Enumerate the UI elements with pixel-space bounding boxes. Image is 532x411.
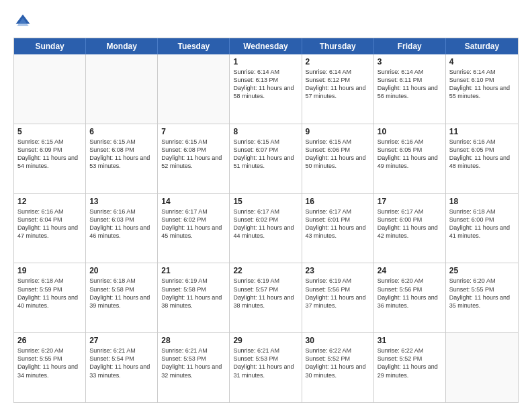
cell-info: Sunrise: 6:16 AM Sunset: 6:05 PM Dayligh… <box>449 138 515 171</box>
weekday-header-friday: Friday <box>374 38 446 54</box>
cell-info: Sunrise: 6:16 AM Sunset: 6:05 PM Dayligh… <box>378 138 442 171</box>
cell-info: Sunrise: 6:15 AM Sunset: 6:08 PM Dayligh… <box>161 138 226 171</box>
cal-cell-14: 14Sunrise: 6:17 AM Sunset: 6:02 PM Dayli… <box>158 194 230 263</box>
day-number: 18 <box>449 197 515 206</box>
day-number: 16 <box>306 197 370 206</box>
weekday-header-thursday: Thursday <box>302 38 374 54</box>
cal-cell-22: 22Sunrise: 6:19 AM Sunset: 5:57 PM Dayli… <box>230 263 302 332</box>
cal-cell-empty-6 <box>446 333 518 402</box>
cell-info: Sunrise: 6:19 AM Sunset: 5:58 PM Dayligh… <box>161 277 226 310</box>
day-number: 6 <box>89 127 154 136</box>
cell-info: Sunrise: 6:20 AM Sunset: 5:55 PM Dayligh… <box>449 277 515 310</box>
cal-cell-1: 1Sunrise: 6:14 AM Sunset: 6:13 PM Daylig… <box>230 54 302 124</box>
cal-cell-27: 27Sunrise: 6:21 AM Sunset: 5:54 PM Dayli… <box>86 333 158 402</box>
cell-info: Sunrise: 6:15 AM Sunset: 6:07 PM Dayligh… <box>233 138 298 171</box>
day-number: 11 <box>449 127 515 136</box>
day-number: 20 <box>89 266 154 275</box>
day-number: 19 <box>17 266 82 275</box>
cell-info: Sunrise: 6:21 AM Sunset: 5:53 PM Dayligh… <box>233 347 298 379</box>
cal-cell-20: 20Sunrise: 6:18 AM Sunset: 5:58 PM Dayli… <box>86 263 158 332</box>
cal-cell-30: 30Sunrise: 6:22 AM Sunset: 5:52 PM Dayli… <box>302 333 374 402</box>
day-number: 8 <box>233 127 298 136</box>
cal-cell-23: 23Sunrise: 6:19 AM Sunset: 5:56 PM Dayli… <box>302 263 374 332</box>
calendar: SundayMondayTuesdayWednesdayThursdayFrid… <box>13 38 519 403</box>
day-number: 15 <box>233 197 298 206</box>
cell-info: Sunrise: 6:16 AM Sunset: 6:04 PM Dayligh… <box>17 208 82 240</box>
day-number: 30 <box>306 336 370 345</box>
cal-cell-31: 31Sunrise: 6:22 AM Sunset: 5:52 PM Dayli… <box>374 333 446 402</box>
day-number: 21 <box>161 266 226 275</box>
cal-cell-12: 12Sunrise: 6:16 AM Sunset: 6:04 PM Dayli… <box>14 194 86 263</box>
week-row-2: 5Sunrise: 6:15 AM Sunset: 6:09 PM Daylig… <box>14 124 518 194</box>
cal-cell-11: 11Sunrise: 6:16 AM Sunset: 6:05 PM Dayli… <box>446 124 518 193</box>
cal-cell-26: 26Sunrise: 6:20 AM Sunset: 5:55 PM Dayli… <box>14 333 86 402</box>
day-number: 29 <box>233 336 298 345</box>
cell-info: Sunrise: 6:15 AM Sunset: 6:06 PM Dayligh… <box>306 138 370 171</box>
day-number: 1 <box>233 57 298 66</box>
day-number: 26 <box>17 336 82 345</box>
calendar-body: 1Sunrise: 6:14 AM Sunset: 6:13 PM Daylig… <box>14 54 518 402</box>
day-number: 28 <box>161 336 226 345</box>
page: SundayMondayTuesdayWednesdayThursdayFrid… <box>0 0 532 411</box>
cell-info: Sunrise: 6:19 AM Sunset: 5:57 PM Dayligh… <box>233 277 298 310</box>
day-number: 13 <box>89 197 154 206</box>
day-number: 23 <box>306 266 370 275</box>
cell-info: Sunrise: 6:14 AM Sunset: 6:12 PM Dayligh… <box>306 68 370 101</box>
cell-info: Sunrise: 6:18 AM Sunset: 6:00 PM Dayligh… <box>449 208 515 240</box>
cal-cell-empty-2 <box>158 54 230 124</box>
cell-info: Sunrise: 6:15 AM Sunset: 6:08 PM Dayligh… <box>89 138 154 171</box>
cal-cell-19: 19Sunrise: 6:18 AM Sunset: 5:59 PM Dayli… <box>14 263 86 332</box>
weekday-header-wednesday: Wednesday <box>230 38 302 54</box>
cal-cell-29: 29Sunrise: 6:21 AM Sunset: 5:53 PM Dayli… <box>230 333 302 402</box>
cal-cell-6: 6Sunrise: 6:15 AM Sunset: 6:08 PM Daylig… <box>86 124 158 193</box>
cell-info: Sunrise: 6:17 AM Sunset: 6:02 PM Dayligh… <box>233 208 298 240</box>
day-number: 25 <box>449 266 515 275</box>
cal-cell-empty-1 <box>86 54 158 124</box>
cal-cell-9: 9Sunrise: 6:15 AM Sunset: 6:06 PM Daylig… <box>302 124 374 193</box>
day-number: 7 <box>161 127 226 136</box>
calendar-header: SundayMondayTuesdayWednesdayThursdayFrid… <box>14 38 518 54</box>
day-number: 12 <box>17 197 82 206</box>
cal-cell-10: 10Sunrise: 6:16 AM Sunset: 6:05 PM Dayli… <box>374 124 446 193</box>
weekday-header-tuesday: Tuesday <box>158 38 230 54</box>
cal-cell-4: 4Sunrise: 6:14 AM Sunset: 6:10 PM Daylig… <box>446 54 518 124</box>
cell-info: Sunrise: 6:17 AM Sunset: 6:01 PM Dayligh… <box>306 208 370 240</box>
cell-info: Sunrise: 6:18 AM Sunset: 5:59 PM Dayligh… <box>17 277 82 310</box>
cal-cell-25: 25Sunrise: 6:20 AM Sunset: 5:55 PM Dayli… <box>446 263 518 332</box>
day-number: 24 <box>378 266 442 275</box>
cell-info: Sunrise: 6:20 AM Sunset: 5:56 PM Dayligh… <box>378 277 442 310</box>
weekday-header-monday: Monday <box>86 38 158 54</box>
week-row-3: 12Sunrise: 6:16 AM Sunset: 6:04 PM Dayli… <box>14 194 518 264</box>
day-number: 5 <box>17 127 82 136</box>
cell-info: Sunrise: 6:14 AM Sunset: 6:13 PM Dayligh… <box>233 68 298 101</box>
cell-info: Sunrise: 6:21 AM Sunset: 5:54 PM Dayligh… <box>89 347 154 379</box>
week-row-1: 1Sunrise: 6:14 AM Sunset: 6:13 PM Daylig… <box>14 54 518 124</box>
day-number: 31 <box>378 336 442 345</box>
day-number: 14 <box>161 197 226 206</box>
logo <box>13 12 35 31</box>
cell-info: Sunrise: 6:15 AM Sunset: 6:09 PM Dayligh… <box>17 138 82 171</box>
weekday-header-sunday: Sunday <box>14 38 86 54</box>
day-number: 2 <box>306 57 370 66</box>
cell-info: Sunrise: 6:22 AM Sunset: 5:52 PM Dayligh… <box>306 347 370 379</box>
header <box>13 12 519 31</box>
cell-info: Sunrise: 6:16 AM Sunset: 6:03 PM Dayligh… <box>89 208 154 240</box>
day-number: 9 <box>306 127 370 136</box>
cal-cell-17: 17Sunrise: 6:17 AM Sunset: 6:00 PM Dayli… <box>374 194 446 263</box>
week-row-5: 26Sunrise: 6:20 AM Sunset: 5:55 PM Dayli… <box>14 333 518 402</box>
cell-info: Sunrise: 6:18 AM Sunset: 5:58 PM Dayligh… <box>89 277 154 310</box>
cal-cell-7: 7Sunrise: 6:15 AM Sunset: 6:08 PM Daylig… <box>158 124 230 193</box>
cal-cell-21: 21Sunrise: 6:19 AM Sunset: 5:58 PM Dayli… <box>158 263 230 332</box>
logo-icon <box>13 12 32 31</box>
cal-cell-empty-0 <box>14 54 86 124</box>
cell-info: Sunrise: 6:20 AM Sunset: 5:55 PM Dayligh… <box>17 347 82 379</box>
cell-info: Sunrise: 6:14 AM Sunset: 6:11 PM Dayligh… <box>378 68 442 101</box>
cell-info: Sunrise: 6:22 AM Sunset: 5:52 PM Dayligh… <box>378 347 442 379</box>
cell-info: Sunrise: 6:17 AM Sunset: 6:00 PM Dayligh… <box>378 208 442 240</box>
cal-cell-5: 5Sunrise: 6:15 AM Sunset: 6:09 PM Daylig… <box>14 124 86 193</box>
day-number: 27 <box>89 336 154 345</box>
cal-cell-3: 3Sunrise: 6:14 AM Sunset: 6:11 PM Daylig… <box>374 54 446 124</box>
cal-cell-15: 15Sunrise: 6:17 AM Sunset: 6:02 PM Dayli… <box>230 194 302 263</box>
cal-cell-13: 13Sunrise: 6:16 AM Sunset: 6:03 PM Dayli… <box>86 194 158 263</box>
cal-cell-18: 18Sunrise: 6:18 AM Sunset: 6:00 PM Dayli… <box>446 194 518 263</box>
